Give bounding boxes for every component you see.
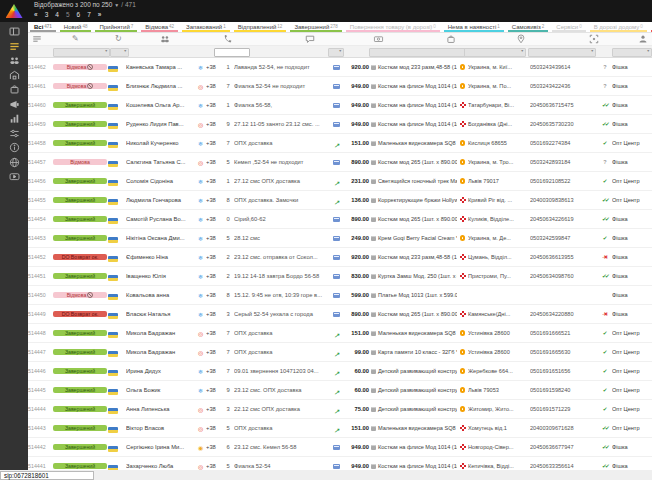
- tab-Всі[interactable]: Всі471: [28, 22, 58, 32]
- order-row[interactable]: 514456 Завершений Соломія Сідоніна +38 1…: [28, 172, 652, 191]
- carrier-cell: [458, 368, 467, 374]
- sidebar-item-clients[interactable]: [0, 54, 28, 68]
- order-row[interactable]: 514447 Завершений Микола Бадражан +38 7 …: [28, 343, 652, 362]
- tab-Відмова[interactable]: Відмова42: [139, 22, 180, 32]
- tab-Самовивіз[interactable]: Самовивіз2: [506, 22, 551, 32]
- status-filter-select[interactable]: [53, 48, 110, 57]
- tab-Повернення товару (в дорозі)[interactable]: Повернення товару (в дорозі)0: [344, 22, 442, 32]
- order-comment: Сірий,60-62: [234, 216, 330, 222]
- order-row[interactable]: 514462 Відмова Каневська Тамара ... +38 …: [28, 58, 652, 77]
- sidebar-item-browser[interactable]: [0, 156, 28, 170]
- last-page-button[interactable]: »: [98, 11, 102, 18]
- chevron-down-icon[interactable]: ▼: [114, 2, 119, 8]
- country-cell: [108, 286, 125, 304]
- app-logo[interactable]: [0, 0, 28, 22]
- order-row[interactable]: 514455 Завершений Людмила Гончарова +38 …: [28, 191, 652, 210]
- status-tab-bar: Всі471Новий48Прийнятий7Відмова42Запакова…: [28, 22, 652, 33]
- ukraine-flag-icon: [108, 275, 118, 281]
- payment-filter-select[interactable]: [328, 48, 344, 57]
- order-id: 514443: [28, 425, 52, 431]
- sidebar-item-dashboard[interactable]: [0, 25, 28, 39]
- ukraine-flag-icon: [108, 351, 118, 357]
- nova-poshta-icon: [460, 216, 466, 222]
- tab-label: Новий: [64, 24, 82, 30]
- product-box-icon: [371, 274, 376, 279]
- tab-Завершений[interactable]: Завершений278: [288, 22, 343, 32]
- carrier-cell: [458, 330, 467, 336]
- order-row[interactable]: 514446 Завершений Ирина Дидух +38 7 09.0…: [28, 362, 652, 381]
- address-filter-select[interactable]: [464, 48, 526, 57]
- refresh-column-icon[interactable]: ↻: [115, 34, 122, 44]
- video-play-icon: [9, 171, 20, 182]
- customer-name: Николай Кучеренко: [126, 140, 195, 146]
- sidebar-item-info[interactable]: [0, 141, 28, 155]
- order-row[interactable]: 514461 Відмова Близнюк Людмила ... +38 7…: [28, 77, 652, 96]
- check-icon: [599, 330, 611, 336]
- product-name: Костюм на флисе Мод 1014 (1ш...: [378, 444, 457, 450]
- phone-filter-input[interactable]: [214, 48, 250, 57]
- order-total: 949.00: [343, 102, 370, 108]
- sidebar-item-video[interactable]: [0, 170, 28, 184]
- order-row[interactable]: 514445 Завершений Ольга Божик +38 9 23.1…: [28, 381, 652, 400]
- order-row[interactable]: 514449 DO Возврат ок. Власюк Наталья +38…: [28, 305, 652, 324]
- tab-Сервіси[interactable]: Сервіси0: [550, 22, 587, 32]
- order-row[interactable]: 514452 DO Возврат ок. Єфименко Ніна +38 …: [28, 248, 652, 267]
- status-badge: Завершений: [53, 425, 107, 432]
- order-total: 599.00: [343, 292, 370, 298]
- order-row[interactable]: 514453 Завершений Нікітіна Оксана Дми...…: [28, 229, 652, 248]
- product-box-icon: [371, 388, 376, 393]
- order-comment: ОПХ доставка: [234, 349, 330, 355]
- customer-phone: +38: [206, 292, 222, 298]
- sidebar-item-settings[interactable]: [0, 127, 28, 141]
- product-name: Светящийся гоночный трек Ма...: [378, 178, 457, 184]
- status-label: Завершений: [65, 330, 95, 337]
- tab-Відправлений[interactable]: Відправлений12: [232, 22, 289, 32]
- order-row[interactable]: 514451 Завершений Іващенко Юлія +38 2 19…: [28, 267, 652, 286]
- order-row[interactable]: 514448 Завершений Микола Бадражан +38 7 …: [28, 324, 652, 343]
- country-cell: [108, 134, 125, 152]
- status-label: Відмова: [67, 64, 87, 71]
- tag-column-icon[interactable]: ✎: [72, 34, 79, 44]
- tracking-filter-select[interactable]: [528, 48, 596, 57]
- country-filter-select[interactable]: [110, 48, 129, 57]
- order-row[interactable]: 514459 Завершений Руденко Лидия Пав... +…: [28, 115, 652, 134]
- sidebar-item-warehouse[interactable]: [0, 69, 28, 83]
- ukraine-flag-icon: [108, 218, 118, 224]
- sidebar-item-purchases[interactable]: [0, 83, 28, 97]
- page-button-3[interactable]: 3: [45, 11, 49, 18]
- order-row[interactable]: 514450 Відмова Ковальова анна +38 8 15.1…: [28, 286, 652, 305]
- ukraine-flag-icon: [108, 180, 118, 186]
- order-row[interactable]: 514443 Завершений Віктор Власов +38 5 ОП…: [28, 419, 652, 438]
- order-row[interactable]: 514442 Завершений Сергіюнко Ірина Ми... …: [28, 438, 652, 457]
- tab-label: В дорозі додому: [594, 24, 640, 30]
- carrier-cell: [458, 254, 467, 260]
- order-row[interactable]: 514460 Завершений Кошелева Ольга Ар... +…: [28, 96, 652, 115]
- order-source: Опт Центр: [612, 368, 652, 374]
- order-id: 514453: [28, 235, 52, 241]
- order-row[interactable]: 514457 Відмова Салєгина Татьяна С... +38…: [28, 153, 652, 172]
- page-button-4[interactable]: 4: [55, 11, 59, 18]
- carrier-cell: [458, 64, 467, 70]
- order-source: Фішка: [612, 273, 652, 279]
- tab-Нема в наявності[interactable]: Нема в наявності1: [442, 22, 506, 32]
- product-box-icon: [371, 179, 376, 184]
- order-row[interactable]: 514454 Завершений Самотій Руслана Во... …: [28, 210, 652, 229]
- order-row[interactable]: 514444 Завершений Анна Липенська +38 3 2…: [28, 400, 652, 419]
- tab-Запакований[interactable]: Запакований1: [180, 22, 232, 32]
- tracking-number: 0503243422436: [530, 83, 598, 89]
- tab-Новий[interactable]: Новий48: [58, 22, 94, 32]
- payment-cell: [331, 191, 342, 209]
- page-button-7[interactable]: 7: [87, 11, 91, 18]
- first-page-button[interactable]: «: [34, 11, 38, 18]
- tab-Прийнятий[interactable]: Прийнятий7: [93, 22, 139, 32]
- order-id: 514462: [28, 64, 52, 70]
- order-row[interactable]: 514458 Завершений Николай Кучеренко +38 …: [28, 134, 652, 153]
- source-filter-select[interactable]: [612, 48, 652, 57]
- sidebar-item-statistics[interactable]: [0, 112, 28, 126]
- sidebar-item-orders[interactable]: [0, 40, 28, 54]
- page-button-6[interactable]: 6: [77, 11, 81, 18]
- sidebar-item-marketing[interactable]: [0, 98, 28, 112]
- page-button-5[interactable]: 5: [66, 11, 70, 18]
- tab-В дорозі додому[interactable]: В дорозі додому0: [588, 22, 649, 32]
- country-cell: [108, 267, 125, 285]
